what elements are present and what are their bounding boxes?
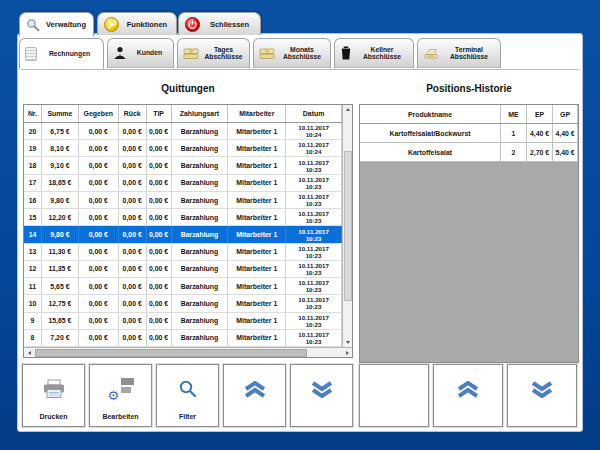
- receipt-icon: [25, 47, 37, 61]
- scrollbar-thumb[interactable]: [344, 151, 352, 301]
- table-cell: Mitarbeiter 1: [228, 175, 286, 191]
- magnifier-icon: [26, 18, 40, 32]
- table-row[interactable]: Kartoffelsalat/Bockwurst14,40 €4,40 €: [360, 124, 578, 143]
- tab-kunden[interactable]: Kunden: [107, 38, 174, 68]
- table-cell: Mitarbeiter 1: [228, 123, 286, 139]
- button-label: Bearbeiten: [102, 413, 138, 426]
- bearbeiten-button[interactable]: ⚙ Bearbeiten: [89, 364, 152, 427]
- table-cell: 0,00 €: [147, 295, 172, 311]
- scroll-right-arrow[interactable]: [342, 348, 352, 357]
- scrollbar-thumb[interactable]: [35, 349, 307, 357]
- tab-verwaltung[interactable]: Verwaltung: [19, 12, 94, 36]
- table-cell: Barzahlung: [172, 278, 229, 294]
- table-cell: 0,00 €: [147, 330, 172, 346]
- quittungen-table: Nr.SummeGegebenRückTIPZahlungsartMitarbe…: [23, 104, 353, 358]
- scroll-down-arrow[interactable]: [343, 338, 353, 347]
- datum-cell: 10.11.201710:23: [286, 226, 342, 242]
- table-cell: 7,20 €: [42, 330, 79, 346]
- chevron-up-icon: [456, 365, 480, 413]
- table-cell: 0,00 €: [147, 261, 172, 277]
- positions-header-row: ProduktnameMEEPGP: [360, 105, 578, 124]
- table-cell: 0,00 €: [147, 278, 172, 294]
- horizontal-scrollbar[interactable]: [24, 347, 352, 357]
- table-cell: 0,00 €: [119, 209, 147, 225]
- table-row[interactable]: 1211,35 €0,00 €0,00 €0,00 €BarzahlungMit…: [24, 261, 342, 278]
- column-header: GP: [553, 105, 578, 123]
- table-cell: 5,40 €: [553, 143, 578, 161]
- cash-icon: [259, 47, 275, 60]
- positions-historie-title: Positions-Historie: [359, 83, 579, 94]
- table-cell: 0,00 €: [79, 261, 119, 277]
- table-cell: 2,70 €: [527, 143, 553, 161]
- table-cell: Mitarbeiter 1: [228, 140, 286, 156]
- scroll-down-button[interactable]: [290, 364, 353, 427]
- table-row[interactable]: 169,80 €0,00 €0,00 €0,00 €BarzahlungMita…: [24, 192, 342, 209]
- table-cell: Barzahlung: [172, 261, 229, 277]
- table-row[interactable]: 1012,75 €0,00 €0,00 €0,00 €BarzahlungMit…: [24, 295, 342, 312]
- table-cell: 0,00 €: [119, 261, 147, 277]
- table-row[interactable]: 189,10 €0,00 €0,00 €0,00 €BarzahlungMita…: [24, 157, 342, 174]
- table-cell: Barzahlung: [172, 192, 229, 208]
- table-row[interactable]: 1718,65 €0,00 €0,00 €0,00 €BarzahlungMit…: [24, 175, 342, 192]
- table-cell: Kartoffelsalat: [360, 143, 501, 161]
- cash-icon: [183, 47, 199, 60]
- table-cell: 17: [24, 175, 42, 191]
- tab-monats-abschluesse[interactable]: MonatsAbschlüsse: [253, 38, 331, 68]
- column-header: Nr.: [24, 105, 42, 122]
- table-cell: Mitarbeiter 1: [228, 157, 286, 173]
- vertical-scrollbar[interactable]: [342, 105, 352, 347]
- table-cell: 0,00 €: [79, 123, 119, 139]
- scroll-left-arrow[interactable]: [24, 348, 34, 357]
- tab-tages-abschluesse[interactable]: TagesAbschlüsse: [177, 38, 250, 68]
- datum-cell: 10.11.201710:24: [286, 140, 342, 156]
- wrench-icon: [104, 17, 119, 32]
- table-cell: 15,65 €: [42, 313, 79, 329]
- chevron-down-icon: [310, 365, 334, 413]
- table-cell: 2: [501, 143, 527, 161]
- table-cell: 0,00 €: [119, 192, 147, 208]
- table-cell: 0,00 €: [119, 244, 147, 260]
- tab-rechnungen[interactable]: Rechnungen: [19, 38, 104, 69]
- table-cell: Barzahlung: [172, 295, 229, 311]
- tab-schliessen[interactable]: Schliessen: [178, 12, 261, 35]
- column-header: Gegeben: [79, 105, 119, 122]
- drucken-button[interactable]: Drucken: [22, 364, 85, 427]
- table-row[interactable]: 1512,20 €0,00 €0,00 €0,00 €BarzahlungMit…: [24, 209, 342, 226]
- table-cell: Mitarbeiter 1: [228, 226, 286, 242]
- scroll-up-arrow[interactable]: [343, 105, 353, 114]
- table-row[interactable]: 87,20 €0,00 €0,00 €0,00 €BarzahlungMitar…: [24, 330, 342, 347]
- table-row[interactable]: 1311,30 €0,00 €0,00 €0,00 €BarzahlungMit…: [24, 244, 342, 261]
- table-row[interactable]: 198,10 €0,00 €0,00 €0,00 €BarzahlungMita…: [24, 140, 342, 157]
- scroll-up-button[interactable]: [223, 364, 286, 427]
- table-cell: Barzahlung: [172, 157, 229, 173]
- table-cell: 11: [24, 278, 42, 294]
- table-cell: 0,00 €: [119, 140, 147, 156]
- table-row[interactable]: 115,65 €0,00 €0,00 €0,00 €BarzahlungMita…: [24, 278, 342, 295]
- filter-button[interactable]: Filter: [156, 364, 219, 427]
- tab-terminal-abschluesse[interactable]: TerminalAbschlüsse: [417, 38, 501, 68]
- table-cell: Barzahlung: [172, 244, 229, 260]
- tab-label: Rechnungen: [41, 50, 98, 58]
- empty-button[interactable]: [359, 364, 429, 427]
- table-cell: 18: [24, 157, 42, 173]
- table-cell: 0,00 €: [119, 157, 147, 173]
- magnifier-icon: [178, 365, 198, 413]
- table-cell: 0,00 €: [79, 192, 119, 208]
- table-cell: Mitarbeiter 1: [228, 313, 286, 329]
- table-row[interactable]: 149,80 €0,00 €0,00 €0,00 €BarzahlungMita…: [24, 226, 342, 243]
- positions-scroll-up-button[interactable]: [433, 364, 503, 427]
- tab-funktionen[interactable]: Funktionen: [97, 12, 177, 35]
- positions-scroll-down-button[interactable]: [507, 364, 577, 427]
- tab-kellner-abschluesse[interactable]: KellnerAbschlüsse: [334, 38, 414, 68]
- table-row[interactable]: Kartoffelsalat22,70 €5,40 €: [360, 143, 578, 162]
- empty-table-area: [360, 162, 578, 362]
- table-cell: Barzahlung: [172, 123, 229, 139]
- table-cell: 4,40 €: [553, 124, 578, 142]
- table-cell: 0,00 €: [119, 123, 147, 139]
- table-row[interactable]: 915,65 €0,00 €0,00 €0,00 €BarzahlungMita…: [24, 313, 342, 330]
- table-cell: 0,00 €: [79, 295, 119, 311]
- table-cell: Mitarbeiter 1: [228, 261, 286, 277]
- datum-cell: 10.11.201710:23: [286, 261, 342, 277]
- table-cell: 0,00 €: [79, 140, 119, 156]
- table-row[interactable]: 206,75 €0,00 €0,00 €0,00 €BarzahlungMita…: [24, 123, 342, 140]
